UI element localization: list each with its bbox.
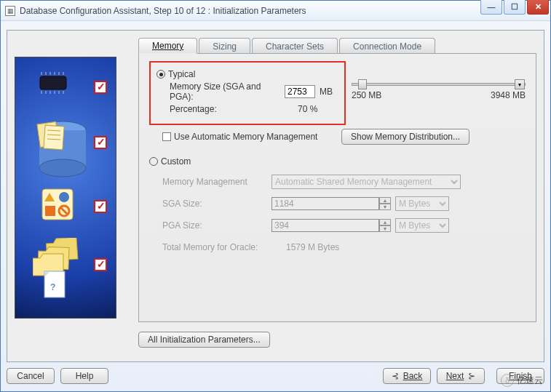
slider-max-label: 3948 MB <box>491 90 526 100</box>
watermark: δ 亿速云 <box>501 374 543 387</box>
maximize-button[interactable]: ☐ <box>504 0 526 15</box>
help-button[interactable]: Help <box>60 368 108 384</box>
content-panel: ? Memory Sizing Character Sets Connectio… <box>7 30 544 362</box>
auto-mm-checkbox[interactable] <box>162 132 171 141</box>
total-mem-value: 1579 M Bytes <box>286 242 339 252</box>
step-check-icon <box>94 200 107 213</box>
svg-rect-17 <box>44 125 64 150</box>
percentage-label: Percentage: <box>170 104 298 114</box>
svg-text:?: ? <box>50 282 55 292</box>
memory-size-label: Memory Size (SGA and PGA): <box>170 81 285 102</box>
next-arrow-icon: ⊱ <box>468 371 475 381</box>
tab-connection-mode[interactable]: Connection Mode <box>339 38 435 54</box>
titlebar: ▦ Database Configuration Assistant, Step… <box>1 1 550 21</box>
watermark-icon: δ <box>501 374 514 387</box>
tabstrip: Memory Sizing Character Sets Connection … <box>138 38 536 54</box>
slider-min-label: 250 MB <box>352 90 381 100</box>
step-check-icon <box>94 136 107 149</box>
pga-spinner: ▲▼ <box>379 219 391 232</box>
back-button[interactable]: ⊰Back <box>383 368 431 384</box>
wizard-sidebar: ? <box>15 57 116 319</box>
tab-memory[interactable]: Memory <box>138 38 197 54</box>
memory-panel: Typical Memory Size (SGA and PGA): MB Pe… <box>138 53 536 322</box>
tab-sizing[interactable]: Sizing <box>199 38 250 54</box>
auto-mm-label: Use Automatic Memory Management <box>174 132 341 142</box>
sga-label: SGA Size: <box>162 199 271 209</box>
wizard-footer: Cancel Help ⊰Back Next⊱ Finish <box>7 365 544 387</box>
shapes-icon <box>41 188 74 220</box>
app-window: ▦ Database Configuration Assistant, Step… <box>0 0 551 392</box>
pga-label: PGA Size: <box>162 220 271 231</box>
sga-unit-combo: M Bytes <box>395 196 449 211</box>
slider-arrow-icon[interactable]: ▾ <box>515 79 525 89</box>
svg-rect-0 <box>40 76 66 89</box>
tab-character-sets[interactable]: Character Sets <box>252 38 338 54</box>
svg-point-23 <box>59 192 69 202</box>
custom-radio[interactable] <box>149 157 158 166</box>
pga-unit-combo: M Bytes <box>395 218 449 233</box>
total-mem-label: Total Memory for Oracle: <box>162 242 286 252</box>
memory-size-input[interactable] <box>285 85 315 98</box>
typical-radio[interactable] <box>156 70 165 79</box>
window-title: Database Configuration Assistant, Step 1… <box>20 6 546 16</box>
show-distribution-button[interactable]: Show Memory Distribution... <box>341 129 469 145</box>
svg-rect-24 <box>45 206 55 216</box>
pga-input <box>271 219 379 232</box>
typical-highlight-box: Typical Memory Size (SGA and PGA): MB Pe… <box>149 61 346 125</box>
sga-spinner: ▲▼ <box>379 197 391 210</box>
documents-icon <box>34 120 71 152</box>
chip-icon <box>36 71 72 97</box>
mm-label: Memory Management <box>162 177 271 187</box>
next-button[interactable]: Next⊱ <box>437 368 485 384</box>
slider-thumb[interactable] <box>358 79 367 89</box>
custom-label: Custom <box>161 156 191 167</box>
sga-input <box>271 197 379 210</box>
percentage-value: 70 % <box>298 104 317 114</box>
svg-point-15 <box>39 159 86 177</box>
cancel-button[interactable]: Cancel <box>7 368 55 384</box>
step-check-icon <box>94 258 107 271</box>
memory-size-unit: MB <box>320 87 333 97</box>
memory-slider[interactable]: ▾ <box>352 83 526 86</box>
close-button[interactable]: ✕ <box>527 0 549 15</box>
typical-label: Typical <box>168 69 195 79</box>
app-icon: ▦ <box>5 6 15 16</box>
back-arrow-icon: ⊰ <box>392 371 399 381</box>
help-doc-icon: ? <box>43 270 68 299</box>
step-check-icon <box>94 81 107 94</box>
all-init-params-button[interactable]: All Initialization Parameters... <box>138 332 270 348</box>
mm-combo: Automatic Shared Memory Management <box>271 175 461 189</box>
minimize-button[interactable]: — <box>480 0 502 15</box>
